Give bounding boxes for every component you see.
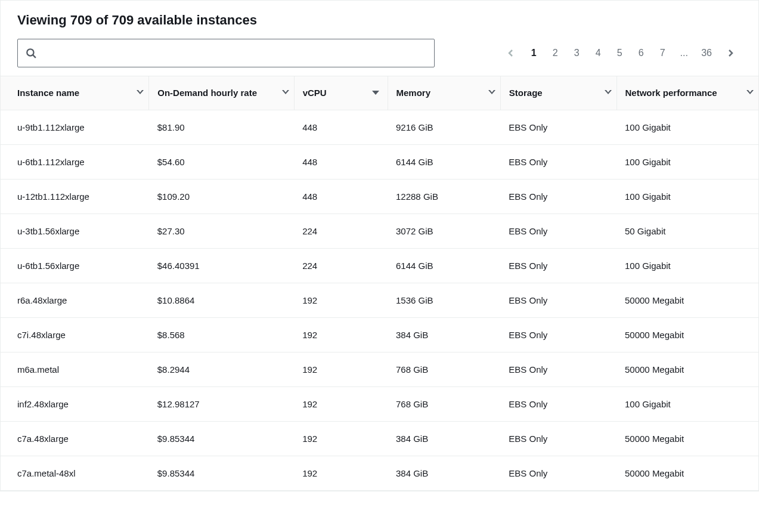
table-row[interactable]: u-9tb1.112xlarge$81.904489216 GiBEBS Onl… (1, 110, 758, 144)
table-row[interactable]: c7a.48xlarge$9.85344192384 GiBEBS Only50… (1, 421, 758, 456)
table-row[interactable]: c7a.metal-48xl$9.85344192384 GiBEBS Only… (1, 456, 758, 490)
cell-memory: 9216 GiB (388, 110, 500, 144)
cell-storage: EBS Only (500, 214, 617, 248)
cell-network: 100 Gigabit (617, 144, 758, 179)
table-header-row: Instance nameOn-Demand hourly ratevCPUMe… (1, 76, 758, 110)
pagination-page-1[interactable]: 1 (529, 48, 538, 58)
cell-storage: EBS Only (500, 352, 617, 386)
instances-table: Instance nameOn-Demand hourly ratevCPUMe… (1, 76, 758, 491)
cell-storage: EBS Only (500, 179, 617, 214)
column-header-instance_name[interactable]: Instance name (1, 76, 149, 110)
column-header-network[interactable]: Network performance (617, 76, 758, 110)
table-row[interactable]: m6a.metal$8.2944192768 GiBEBS Only50000 … (1, 352, 758, 386)
instances-panel: Viewing 709 of 709 available instances (0, 0, 759, 491)
cell-network: 100 Gigabit (617, 179, 758, 214)
cell-vcpu: 192 (294, 317, 388, 352)
pagination-page-4[interactable]: 4 (594, 48, 602, 58)
cell-network: 100 Gigabit (617, 386, 758, 421)
chevron-right-icon (726, 48, 735, 58)
cell-vcpu: 192 (294, 421, 388, 456)
cell-memory: 384 GiB (388, 317, 500, 352)
cell-on_demand_rate: $54.60 (149, 144, 294, 179)
cell-memory: 384 GiB (388, 456, 500, 490)
column-header-memory[interactable]: Memory (388, 76, 500, 110)
table-row[interactable]: u-6tb1.56xlarge$46.403912246144 GiBEBS O… (1, 248, 758, 283)
table-row[interactable]: c7i.48xlarge$8.568192384 GiBEBS Only5000… (1, 317, 758, 352)
pagination-page-2[interactable]: 2 (551, 48, 559, 58)
cell-vcpu: 192 (294, 456, 388, 490)
cell-on_demand_rate: $8.568 (149, 317, 294, 352)
pagination-page-36[interactable]: 36 (701, 48, 712, 58)
table-row[interactable]: u-6tb1.112xlarge$54.604486144 GiBEBS Onl… (1, 144, 758, 179)
sort-icon (278, 90, 286, 96)
cell-instance_name: inf2.48xlarge (1, 386, 149, 421)
search-icon (26, 48, 36, 58)
cell-on_demand_rate: $81.90 (149, 110, 294, 144)
sort-icon (743, 90, 750, 96)
cell-on_demand_rate: $27.30 (149, 214, 294, 248)
table-row[interactable]: r6a.48xlarge$10.88641921536 GiBEBS Only5… (1, 283, 758, 317)
cell-instance_name: r6a.48xlarge (1, 283, 149, 317)
cell-memory: 1536 GiB (388, 283, 500, 317)
cell-memory: 6144 GiB (388, 248, 500, 283)
table-row[interactable]: u-12tb1.112xlarge$109.2044812288 GiBEBS … (1, 179, 758, 214)
sort-icon (601, 90, 608, 96)
cell-network: 100 Gigabit (617, 248, 758, 283)
cell-network: 50000 Megabit (617, 352, 758, 386)
sort-icon (485, 90, 492, 96)
pagination-page-3[interactable]: 3 (572, 48, 581, 58)
column-label: Instance name (17, 87, 79, 99)
cell-vcpu: 448 (294, 110, 388, 144)
cell-memory: 384 GiB (388, 421, 500, 456)
table-row[interactable]: inf2.48xlarge$12.98127192768 GiBEBS Only… (1, 386, 758, 421)
cell-on_demand_rate: $10.8864 (149, 283, 294, 317)
column-label: Memory (396, 87, 431, 99)
cell-storage: EBS Only (500, 110, 617, 144)
cell-memory: 768 GiB (388, 386, 500, 421)
cell-vcpu: 192 (294, 386, 388, 421)
pagination-prev[interactable] (506, 48, 516, 58)
cell-network: 50000 Megabit (617, 421, 758, 456)
cell-memory: 768 GiB (388, 352, 500, 386)
cell-instance_name: u-6tb1.56xlarge (1, 248, 149, 283)
search-input[interactable] (17, 39, 435, 67)
cell-memory: 12288 GiB (388, 179, 500, 214)
cell-network: 50000 Megabit (617, 456, 758, 490)
cell-memory: 3072 GiB (388, 214, 500, 248)
column-header-vcpu[interactable]: vCPU (294, 76, 388, 110)
cell-instance_name: u-3tb1.56xlarge (1, 214, 149, 248)
column-header-storage[interactable]: Storage (500, 76, 617, 110)
table-row[interactable]: u-3tb1.56xlarge$27.302243072 GiBEBS Only… (1, 214, 758, 248)
cell-vcpu: 192 (294, 352, 388, 386)
cell-vcpu: 192 (294, 283, 388, 317)
table-body: u-9tb1.112xlarge$81.904489216 GiBEBS Onl… (1, 110, 758, 490)
pagination-ellipsis: ... (680, 48, 688, 58)
column-label: On-Demand hourly rate (157, 87, 257, 99)
cell-instance_name: u-12tb1.112xlarge (1, 179, 149, 214)
search-wrap (17, 39, 435, 67)
cell-instance_name: c7a.48xlarge (1, 421, 149, 456)
cell-network: 50 Gigabit (617, 214, 758, 248)
cell-on_demand_rate: $12.98127 (149, 386, 294, 421)
column-label: vCPU (303, 87, 327, 99)
chevron-left-icon (506, 48, 516, 58)
cell-storage: EBS Only (500, 386, 617, 421)
cell-on_demand_rate: $46.40391 (149, 248, 294, 283)
cell-on_demand_rate: $9.85344 (149, 421, 294, 456)
cell-network: 50000 Megabit (617, 283, 758, 317)
cell-on_demand_rate: $9.85344 (149, 456, 294, 490)
cell-storage: EBS Only (500, 248, 617, 283)
pagination-page-7[interactable]: 7 (658, 48, 667, 58)
cell-instance_name: c7i.48xlarge (1, 317, 149, 352)
column-header-on_demand_rate[interactable]: On-Demand hourly rate (149, 76, 294, 110)
sort-desc-icon (372, 91, 379, 95)
pagination-page-6[interactable]: 6 (637, 48, 645, 58)
svg-line-1 (33, 55, 36, 58)
cell-vcpu: 448 (294, 179, 388, 214)
pagination: 1234567...36 (506, 48, 742, 58)
pagination-next[interactable] (725, 48, 736, 58)
svg-point-0 (27, 49, 33, 55)
cell-storage: EBS Only (500, 144, 617, 179)
pagination-page-5[interactable]: 5 (615, 48, 624, 58)
cell-network: 100 Gigabit (617, 110, 758, 144)
